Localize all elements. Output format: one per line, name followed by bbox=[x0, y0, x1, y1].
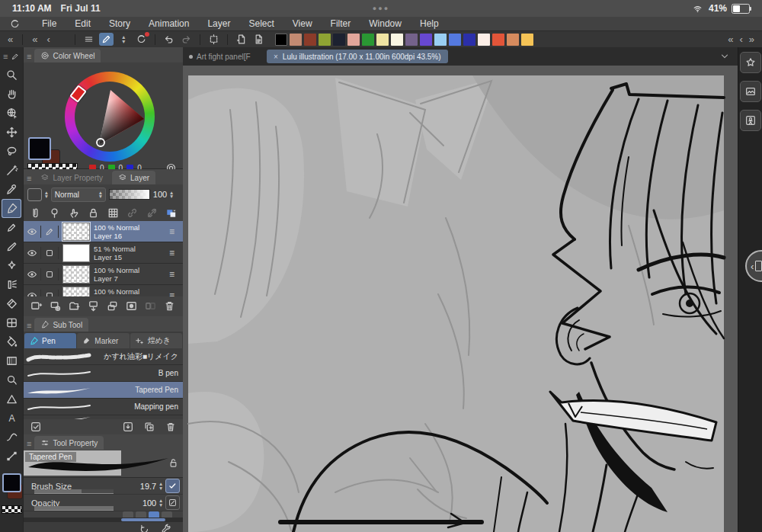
layer-visibility-icon[interactable] bbox=[24, 268, 41, 280]
expand-updown-icon[interactable]: ▴▾ bbox=[117, 33, 131, 46]
undo-button[interactable] bbox=[162, 33, 176, 46]
decoration-tool[interactable] bbox=[2, 256, 21, 275]
reset-settings-button[interactable] bbox=[139, 524, 150, 532]
delete-sub-tool-button[interactable] bbox=[165, 421, 177, 433]
layer-opacity-spinner[interactable]: ▴▾ bbox=[170, 191, 173, 199]
merge-down-button[interactable] bbox=[106, 300, 120, 313]
operation-tool[interactable] bbox=[2, 104, 21, 123]
eraser-tool[interactable] bbox=[2, 294, 21, 313]
palette-color-spinner[interactable]: ▴▾ bbox=[45, 191, 48, 199]
brush-row[interactable]: Tapered Pen bbox=[24, 382, 183, 399]
anti-aliasing-options[interactable] bbox=[24, 511, 183, 518]
color-swatch-11[interactable] bbox=[420, 34, 432, 46]
fill-tool[interactable] bbox=[2, 332, 21, 351]
panel-menu-icon[interactable]: ≡ bbox=[27, 174, 31, 183]
layer-row[interactable]: 51 % NormalLayer 15≡ bbox=[24, 242, 183, 264]
delete-layer-button[interactable] bbox=[163, 300, 177, 313]
opacity-slider[interactable]: Opacity100▴▾ bbox=[24, 495, 183, 511]
menu-animation[interactable]: Animation bbox=[139, 18, 198, 29]
color-swatch-4[interactable] bbox=[319, 34, 331, 46]
multi-select-button[interactable] bbox=[30, 421, 42, 433]
brush-tool[interactable] bbox=[2, 237, 21, 256]
transform-button[interactable] bbox=[207, 33, 221, 46]
brush-row[interactable]: B pen bbox=[24, 365, 183, 382]
panel-menu-icon[interactable]: ≡ bbox=[27, 52, 31, 61]
layer-checkbox[interactable] bbox=[41, 290, 59, 297]
transparent-color-chip[interactable] bbox=[2, 505, 22, 514]
blend-mode-dropdown[interactable]: Normal ▴▾ bbox=[51, 187, 106, 202]
lock-transparent-icon[interactable] bbox=[107, 207, 120, 220]
slider-track[interactable] bbox=[34, 489, 114, 494]
layer-menu-icon[interactable]: ≡ bbox=[169, 269, 183, 280]
export-png-button[interactable] bbox=[251, 33, 266, 46]
duplicate-sub-tool-button[interactable] bbox=[143, 421, 155, 433]
menu-window[interactable]: Window bbox=[360, 18, 411, 29]
color-swatch-15[interactable] bbox=[478, 34, 490, 46]
layer-opacity-slider[interactable] bbox=[109, 189, 150, 200]
panel-menu-icon[interactable]: ≡ bbox=[27, 439, 31, 448]
transfer-down-button[interactable] bbox=[87, 300, 101, 313]
text-tool[interactable]: A bbox=[2, 409, 21, 428]
layer-row[interactable]: 100 % NormalLayer 16≡ bbox=[24, 221, 183, 242]
subtool-group-2[interactable]: Marker bbox=[77, 333, 129, 348]
zoom-tool[interactable] bbox=[2, 66, 21, 85]
pen-tool[interactable] bbox=[2, 199, 21, 218]
correct-line-tool[interactable] bbox=[2, 428, 21, 447]
figure-tool[interactable] bbox=[2, 389, 21, 409]
document-tab-inactive[interactable]: Art fight panel[F bbox=[189, 53, 262, 61]
main-color-swatch[interactable] bbox=[28, 137, 51, 160]
color-swatch-12[interactable] bbox=[434, 34, 447, 46]
document-tab-active[interactable]: × Lulu illustration (17.00 x 11.00in 600… bbox=[267, 50, 448, 63]
color-swatch-14[interactable] bbox=[463, 34, 475, 46]
tool-property-tab[interactable]: Tool Property bbox=[34, 436, 104, 450]
divide-layer-button[interactable] bbox=[144, 300, 158, 313]
layer-row[interactable]: 100 % NormalLayer 7≡ bbox=[24, 264, 183, 285]
tool-property-scrollbar[interactable] bbox=[24, 518, 183, 522]
brush-row[interactable]: かすれ油彩■リメイク bbox=[24, 348, 183, 365]
layer-visibility-icon[interactable] bbox=[24, 226, 41, 238]
color-swatch-16[interactable] bbox=[492, 34, 504, 46]
blend-tool[interactable] bbox=[2, 370, 21, 389]
redo-button[interactable] bbox=[179, 33, 194, 46]
airbrush-tool[interactable] bbox=[2, 275, 21, 294]
brush-size-slider[interactable]: Brush Size19.7▴▾ bbox=[24, 478, 183, 495]
clip-at-layer-below-icon[interactable] bbox=[29, 207, 42, 220]
color-swatch-3[interactable] bbox=[304, 34, 316, 46]
menu-view[interactable]: View bbox=[283, 18, 322, 29]
new-folder-button[interactable] bbox=[68, 300, 82, 313]
opacity-dynamics-button[interactable] bbox=[165, 495, 180, 510]
layer-checkbox[interactable] bbox=[41, 268, 59, 280]
canvas-area[interactable] bbox=[183, 66, 738, 532]
palette-color-control[interactable] bbox=[27, 188, 42, 201]
layer-menu-icon[interactable]: ≡ bbox=[169, 226, 183, 237]
draft-layer-icon[interactable] bbox=[68, 207, 81, 220]
foreground-color-swatch[interactable] bbox=[2, 473, 21, 492]
object-tool[interactable] bbox=[2, 447, 21, 466]
chevron-left-icon[interactable]: ‹ bbox=[43, 33, 53, 46]
menu-file[interactable]: File bbox=[33, 18, 66, 29]
layer-color-icon[interactable] bbox=[165, 207, 178, 220]
swatch-scroll-left-icon[interactable]: ‹ bbox=[736, 33, 745, 46]
layer-checkbox[interactable] bbox=[41, 247, 59, 259]
layer-visibility-icon[interactable] bbox=[24, 247, 41, 259]
chevrons-left-icon[interactable]: « bbox=[29, 33, 40, 46]
gradient-tool[interactable] bbox=[2, 351, 21, 370]
layer-visibility-icon[interactable] bbox=[24, 290, 41, 297]
edit-mode-button[interactable] bbox=[99, 33, 114, 46]
toolstrip-menu-icon[interactable]: ≡ bbox=[3, 52, 8, 61]
sub-tool-detail-button[interactable] bbox=[161, 524, 172, 532]
layer-editing-icon[interactable] bbox=[41, 226, 59, 238]
color-swatch-9[interactable] bbox=[391, 34, 403, 46]
swatch-scroll-start-icon[interactable]: « bbox=[725, 33, 736, 46]
move-layer-tool[interactable] bbox=[2, 123, 21, 142]
reference-layer-icon[interactable] bbox=[48, 207, 61, 220]
navigator-panel-button[interactable] bbox=[740, 81, 761, 102]
eyedropper-tool[interactable] bbox=[2, 180, 21, 199]
hand-tool[interactable] bbox=[2, 85, 21, 104]
new-layer-button[interactable] bbox=[30, 300, 43, 313]
color-wheel-tab[interactable]: Color Wheel bbox=[34, 49, 101, 62]
import-button[interactable] bbox=[234, 33, 248, 46]
layer-mask-button[interactable] bbox=[125, 300, 139, 313]
multitask-dots-icon[interactable]: ●●● bbox=[373, 5, 389, 12]
slider-track[interactable] bbox=[34, 506, 114, 511]
